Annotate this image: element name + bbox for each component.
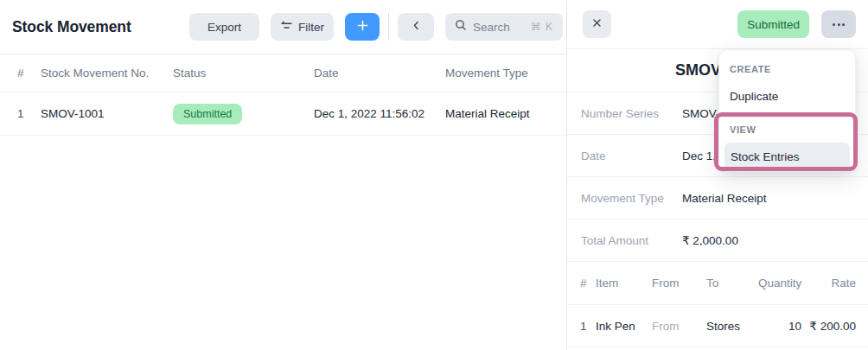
item-row-index: 1 <box>580 320 596 333</box>
filter-button-label: Filter <box>298 21 324 34</box>
more-options-button[interactable] <box>821 10 856 38</box>
row-movement-type: Material Receipt <box>445 107 566 120</box>
table-row[interactable]: 1 SMOV-1001 Submitted Dec 1, 2022 11:56:… <box>0 92 566 136</box>
row-date: Dec 1, 2022 11:56:02 <box>314 107 445 120</box>
menu-section-heading-view: VIEW <box>719 111 855 138</box>
field-label: Number Series <box>581 107 682 120</box>
field-label: Total Amount <box>581 234 682 247</box>
close-icon <box>591 17 603 31</box>
plus-icon <box>356 19 369 35</box>
list-panel: Stock Movement Export Filter <box>0 0 567 350</box>
list-table-header: # Stock Movement No. Status Date Movemen… <box>0 54 566 92</box>
field-value: ₹ 2,000.00 <box>682 233 868 247</box>
page-title: Stock Movement <box>12 18 131 36</box>
item-quantity: 10 <box>758 320 801 333</box>
menu-section-heading-create: CREATE <box>719 56 855 81</box>
add-button[interactable] <box>345 13 380 41</box>
field-label: Date <box>581 150 682 162</box>
search-shortcut: ⌘ K <box>531 21 553 33</box>
list-toolbar: Export Filter <box>189 13 563 41</box>
row-number: SMOV-1001 <box>41 107 173 120</box>
field-row-movement-type[interactable]: Movement Type Material Receipt <box>567 177 868 220</box>
item-col-header-to: To <box>706 277 758 290</box>
field-value: Material Receipt <box>682 192 868 205</box>
filter-icon <box>280 19 293 35</box>
col-header-date: Date <box>314 67 445 80</box>
export-button-label: Export <box>207 21 241 34</box>
ellipsis-icon <box>833 23 835 26</box>
search-placeholder: Search <box>473 21 525 34</box>
menu-item-stock-entries[interactable]: Stock Entries <box>724 143 850 171</box>
item-col-header-from: From <box>652 277 706 290</box>
toolbar-divider <box>388 13 389 41</box>
list-header: Stock Movement Export Filter <box>0 0 566 54</box>
field-row-total-amount: Total Amount ₹ 2,000.00 <box>567 220 868 262</box>
col-header-movement-type: Movement Type <box>445 67 566 80</box>
item-from-location: From <box>652 320 706 333</box>
search-icon <box>455 19 467 35</box>
submitted-status-label: Submitted <box>747 18 800 31</box>
item-name: Ink Pen <box>596 320 635 333</box>
col-header-status: Status <box>173 67 314 80</box>
col-header-index: # <box>17 67 41 80</box>
item-to-location: Stores <box>706 320 758 333</box>
items-table-header: # Item From To Quantity Rate <box>567 262 868 305</box>
submitted-status-button[interactable]: Submitted <box>737 10 809 38</box>
row-index: 1 <box>17 107 41 120</box>
item-col-header-index: # <box>580 277 596 290</box>
item-col-header-rate: Rate <box>801 277 856 290</box>
back-button[interactable] <box>398 13 434 41</box>
item-rate: ₹ 200.00 <box>801 319 856 333</box>
menu-item-duplicate[interactable]: Duplicate <box>719 81 855 111</box>
col-header-number: Stock Movement No. <box>41 67 173 80</box>
close-button[interactable] <box>583 10 611 38</box>
items-table-row[interactable]: 1 Ink Pen From Stores 10 ₹ 200.00 <box>567 305 868 347</box>
chevron-left-icon <box>411 20 422 34</box>
detail-header: Submitted <box>567 0 868 49</box>
item-col-header-item: Item <box>596 277 652 290</box>
export-button[interactable]: Export <box>189 13 259 41</box>
field-label: Movement Type <box>581 192 682 205</box>
item-col-header-quantity: Quantity <box>758 277 801 290</box>
filter-button[interactable]: Filter <box>271 13 334 41</box>
more-options-dropdown: CREATE Duplicate VIEW Stock Entries <box>718 49 856 172</box>
search-input[interactable]: Search ⌘ K <box>445 13 563 41</box>
detail-header-actions: Submitted <box>737 10 856 38</box>
detail-panel: Submitted SMOV-1001 Number Series SMOV- … <box>567 0 868 350</box>
status-badge: Submitted <box>173 104 242 124</box>
stock-movement-app: Stock Movement Export Filter <box>0 0 868 350</box>
